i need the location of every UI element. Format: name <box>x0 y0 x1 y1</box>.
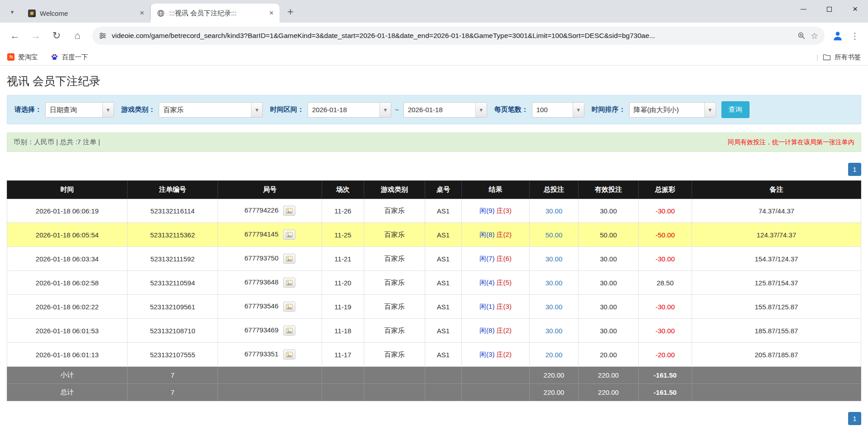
cell-game: 百家乐 <box>364 199 425 223</box>
game-type-select[interactable]: 百家乐 ▼ <box>159 102 263 118</box>
tab-close-icon[interactable]: × <box>138 9 147 18</box>
home-button[interactable]: ⌂ <box>68 26 87 45</box>
browser-tab-betrecord[interactable]: :::视讯 会员下注纪录::: × <box>151 4 280 23</box>
round-replay-button[interactable] <box>283 230 295 240</box>
page-1-button[interactable]: 1 <box>848 412 861 425</box>
total-bet-link[interactable]: 20.00 <box>545 351 563 359</box>
address-bar[interactable]: videoie.com/game/betrecord_search/kind3?… <box>92 27 825 45</box>
summary-row: 总计7220.00220.00-161.50 <box>7 384 861 401</box>
cell-table: AS1 <box>425 295 462 319</box>
round-replay-button[interactable] <box>283 326 295 336</box>
cell-round: 677793546 <box>218 295 322 319</box>
bet-record-row: 2026-01-18 06:02:58523132110594677793648… <box>7 271 861 295</box>
round-replay-button[interactable] <box>283 254 295 264</box>
result-player: 闲(1) <box>479 303 494 310</box>
result-banker: 庄(2) <box>497 326 512 334</box>
cell-game: 百家乐 <box>364 343 425 367</box>
tab-close-icon[interactable]: × <box>267 9 276 18</box>
column-header: 结果 <box>462 181 530 199</box>
column-header: 游戏类别 <box>364 181 425 199</box>
query-type-select[interactable]: 日期查询 ▼ <box>45 102 114 118</box>
summary-label: 总计 <box>7 384 128 401</box>
profile-avatar[interactable] <box>830 28 845 43</box>
bet-record-row: 2026-01-18 06:02:22523132109561677793546… <box>7 295 861 319</box>
minimize-button[interactable] <box>791 0 816 18</box>
cell-note: 185.87/155.87 <box>692 319 861 343</box>
total-bet-link[interactable]: 30.00 <box>545 327 563 335</box>
forward-button[interactable]: → <box>26 26 45 45</box>
back-button[interactable]: ← <box>5 26 24 45</box>
chevron-down-icon: ▼ <box>573 103 584 117</box>
round-replay-button[interactable] <box>283 206 295 216</box>
summary-row: 小计7220.00220.00-161.50 <box>7 367 861 384</box>
cell-time: 2026-01-18 06:02:58 <box>7 271 128 295</box>
baidu-paw-icon <box>51 53 58 61</box>
round-replay-button[interactable] <box>283 278 295 288</box>
bookmark-aitaobao[interactable]: 淘 爱淘宝 <box>7 53 38 62</box>
round-number: 677794145 <box>244 230 278 238</box>
tab-search-button[interactable]: ▾ <box>4 3 21 21</box>
page-1-button[interactable]: 1 <box>848 163 861 176</box>
filter-bar: 请选择： 日期查询 ▼ 游戏类别： 百家乐 ▼ 时间区间： 2026-01-18… <box>7 95 861 124</box>
site-settings-icon[interactable] <box>99 32 107 40</box>
table-body: 2026-01-18 06:06:19523132116114677794226… <box>7 199 861 367</box>
column-header: 总派彩 <box>639 181 692 199</box>
bookmark-label: 爱淘宝 <box>18 53 38 62</box>
round-replay-button[interactable] <box>283 302 295 312</box>
date-start-value: 2026-01-18 <box>308 103 379 117</box>
time-sort-select[interactable]: 降幂(由大到小) ▼ <box>629 102 716 118</box>
total-bet-link[interactable]: 30.00 <box>545 279 563 287</box>
bookmark-star-icon[interactable]: ☆ <box>811 31 818 41</box>
cell-total-bet: 30.00 <box>530 271 579 295</box>
reload-button[interactable]: ↻ <box>47 26 66 45</box>
total-bet-link[interactable]: 30.00 <box>545 255 563 263</box>
cell-round: 677793351 <box>218 343 322 367</box>
browser-tab-welcome[interactable]: Welcome × <box>22 6 151 20</box>
browser-toolbar: ← → ↻ ⌂ videoie.com/game/betrecord_searc… <box>0 23 868 49</box>
valid-bet-notice: 同局有效投注，统一计算在该局第一张注单内 <box>728 138 854 147</box>
page-size-select[interactable]: 100 ▼ <box>532 102 584 118</box>
date-start-select[interactable]: 2026-01-18 ▼ <box>308 102 391 118</box>
cell-note: 155.87/125.87 <box>692 295 861 319</box>
all-bookmarks-button[interactable]: 所有书签 <box>823 53 861 62</box>
time-sort-value: 降幂(由大到小) <box>630 103 704 117</box>
chevron-down-icon: ▼ <box>251 103 262 117</box>
total-bet-link[interactable]: 30.00 <box>545 207 563 215</box>
close-window-button[interactable]: × <box>842 0 868 18</box>
round-number: 677793469 <box>244 326 278 334</box>
currency-total-text: 币别：人民币 | 总共 :7 注单 | <box>14 138 100 147</box>
browser-menu-icon[interactable]: ⋮ <box>847 28 863 43</box>
cell-valid-bet: 30.00 <box>579 319 639 343</box>
new-tab-button[interactable]: + <box>283 5 298 19</box>
result-banker: 庄(5) <box>497 279 512 286</box>
maximize-button[interactable] <box>816 0 842 18</box>
cell-time: 2026-01-18 06:03:34 <box>7 247 128 271</box>
cell-valid-bet: 30.00 <box>579 295 639 319</box>
date-end-select[interactable]: 2026-01-18 ▼ <box>403 102 487 118</box>
all-bookmarks-label: 所有书签 <box>835 53 861 62</box>
total-bet-link[interactable]: 50.00 <box>545 231 563 239</box>
result-player: 闲(3) <box>479 350 494 358</box>
cell-game: 百家乐 <box>364 223 425 247</box>
total-bet-link[interactable]: 30.00 <box>545 303 563 311</box>
summary-total-bet: 220.00 <box>530 384 579 401</box>
cell-table: AS1 <box>425 247 462 271</box>
search-button[interactable]: 查询 <box>721 101 749 118</box>
cell-bet-id: 523132116114 <box>128 199 218 223</box>
round-number: 677793648 <box>244 278 278 286</box>
chevron-down-icon: ▼ <box>475 103 487 117</box>
table-footer: 小计7220.00220.00-161.50总计7220.00220.00-16… <box>7 367 861 401</box>
round-replay-button[interactable] <box>283 350 295 360</box>
zoom-icon[interactable] <box>797 32 806 40</box>
round-number: 677793750 <box>244 254 278 262</box>
cell-payout: -20.00 <box>639 343 692 367</box>
bookmark-baidu[interactable]: 百度一下 <box>51 53 88 62</box>
filter-label-range: 时间区间： <box>270 105 304 114</box>
cell-note: 74.37/44.37 <box>692 199 861 223</box>
cell-time: 2026-01-18 06:05:54 <box>7 223 128 247</box>
browser-tab-strip: ▾ Welcome × :::视讯 会员下注纪录::: × + × <box>0 0 868 23</box>
cell-session: 11-25 <box>322 223 364 247</box>
bet-record-row: 2026-01-18 06:01:53523132108710677793469… <box>7 319 861 343</box>
bookmarks-separator: | <box>816 53 818 61</box>
table-header-row: 时间注单编号局号场次游戏类别桌号结果总投注有效投注总派彩备注 <box>7 181 861 199</box>
